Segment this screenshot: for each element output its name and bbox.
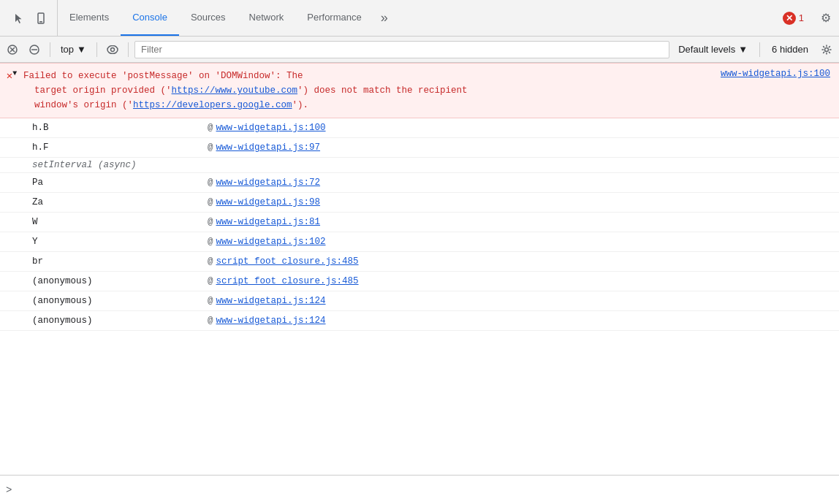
stack-row-za: Za @ www-widgetapi.js:98: [0, 193, 839, 213]
error-text-5: ').: [292, 100, 309, 110]
tab-sources[interactable]: Sources: [179, 0, 238, 36]
stack-at: @: [208, 215, 213, 229]
stack-link[interactable]: www-widgetapi.js:102: [216, 234, 326, 249]
stack-fn: Za: [32, 195, 208, 210]
stack-link[interactable]: script_foot_closure.js:485: [216, 254, 359, 269]
levels-button[interactable]: Default levels ▼: [672, 42, 753, 56]
block-icon[interactable]: [25, 40, 44, 59]
stack-fn: h.B: [32, 121, 208, 135]
stack-row-anon2: (anonymous) @ www-widgetapi.js:124: [0, 291, 839, 311]
svg-point-9: [825, 47, 829, 51]
stack-async-row: setInterval (async): [0, 158, 839, 173]
tab-performance[interactable]: Performance: [295, 0, 373, 36]
tab-network[interactable]: Network: [238, 0, 296, 36]
stack-link[interactable]: script_foot_closure.js:485: [216, 274, 359, 289]
svg-point-8: [110, 47, 114, 51]
cursor-icon[interactable]: [9, 8, 29, 28]
tab-console[interactable]: Console: [121, 0, 179, 36]
stack-link[interactable]: www-widgetapi.js:124: [216, 294, 326, 308]
context-selector[interactable]: top ▼: [56, 42, 91, 56]
devtools-toolbar: Elements Console Sources Network Perform…: [0, 0, 839, 37]
clear-console-button[interactable]: [3, 40, 22, 59]
context-label: top: [61, 44, 74, 55]
error-icon: ✕: [783, 12, 796, 25]
stack-row-anon1: (anonymous) @ script_foot_closure.js:485: [0, 272, 839, 291]
error-body: Failed to execute 'postMessage' on 'DOMW…: [20, 66, 721, 115]
stack-fn: Y: [32, 234, 208, 249]
error-text-2: target origin provided (': [23, 85, 172, 96]
nav-tabs: Elements Console Sources Network Perform…: [58, 0, 774, 36]
stack-row-hF: h.F @ www-widgetapi.js:97: [0, 138, 839, 158]
more-tabs-button[interactable]: »: [373, 0, 395, 36]
console-input[interactable]: [18, 484, 833, 495]
stack-at: @: [208, 140, 213, 155]
stack-link[interactable]: www-widgetapi.js:100: [216, 121, 326, 135]
levels-label: Default levels: [678, 44, 735, 55]
filter-input[interactable]: [134, 41, 669, 58]
svg-point-7: [107, 45, 118, 53]
stack-fn: Pa: [32, 175, 208, 190]
stack-fn: (anonymous): [32, 313, 208, 328]
stack-row-anon3: (anonymous) @ www-widgetapi.js:124: [0, 311, 839, 331]
error-link-youtube[interactable]: https://www.youtube.com: [172, 85, 298, 96]
stack-at: @: [208, 195, 213, 210]
stack-at: @: [208, 294, 213, 308]
stack-link[interactable]: www-widgetapi.js:81: [216, 215, 321, 229]
console-prompt: >: [6, 484, 12, 496]
stack-row-br: br @ script_foot_closure.js:485: [0, 252, 839, 272]
stack-link[interactable]: www-widgetapi.js:72: [216, 175, 321, 190]
levels-dropdown-icon: ▼: [738, 44, 748, 55]
toolbar-divider-3: [128, 42, 129, 57]
mobile-icon[interactable]: [31, 8, 51, 28]
stack-at: @: [208, 121, 213, 135]
console-toolbar: top ▼ Default levels ▼ 6 hidden: [0, 37, 839, 63]
error-icon: ✕: [7, 69, 12, 82]
console-input-row: >: [0, 475, 839, 504]
error-link-google[interactable]: https://developers.google.com: [133, 100, 292, 110]
stack-fn: W: [32, 215, 208, 229]
eye-button[interactable]: [103, 40, 122, 59]
error-text-3: ') does not match the recipient: [297, 85, 468, 96]
error-icon-col: ✕ ▼: [0, 66, 20, 115]
stack-at: @: [208, 313, 213, 328]
svg-rect-1: [39, 21, 42, 23]
toolbar-icons: [3, 0, 58, 36]
stack-at: @: [208, 274, 213, 289]
stack-fn: (anonymous): [32, 274, 208, 289]
stack-at: @: [208, 254, 213, 269]
stack-fn: br: [32, 254, 208, 269]
settings-button[interactable]: ⚙: [816, 8, 836, 28]
hidden-count: 6 hidden: [766, 44, 814, 55]
toolbar-divider-2: [96, 42, 97, 57]
console-content: ✕ ▼ Failed to execute 'postMessage' on '…: [0, 63, 839, 475]
stack-link[interactable]: www-widgetapi.js:97: [216, 140, 321, 155]
error-source-link[interactable]: www-widgetapi.js:100: [721, 66, 839, 79]
stack-row-y: Y @ www-widgetapi.js:102: [0, 232, 839, 252]
gear-icon[interactable]: [817, 40, 836, 59]
stack-fn: (anonymous): [32, 294, 208, 308]
stack-at: @: [208, 175, 213, 190]
stack-link[interactable]: www-widgetapi.js:98: [216, 195, 321, 210]
stack-link[interactable]: www-widgetapi.js:124: [216, 313, 326, 328]
stack-row-w: W @ www-widgetapi.js:81: [0, 213, 839, 232]
tab-elements[interactable]: Elements: [58, 0, 121, 36]
error-count: 1: [799, 12, 804, 23]
stack-row-hB: h.B @ www-widgetapi.js:100: [0, 118, 839, 138]
toolbar-divider-4: [759, 42, 760, 57]
context-dropdown-icon: ▼: [77, 44, 86, 55]
error-text-4: window's origin (': [23, 100, 133, 110]
stack-fn: h.F: [32, 140, 208, 155]
error-text-1: Failed to execute 'postMessage' on 'DOMW…: [23, 71, 303, 81]
stack-at: @: [208, 234, 213, 249]
stack-row-pa: Pa @ www-widgetapi.js:72: [0, 173, 839, 193]
error-message-row: ✕ ▼ Failed to execute 'postMessage' on '…: [0, 63, 839, 118]
error-toggle[interactable]: ▼: [12, 69, 17, 77]
toolbar-divider: [50, 42, 50, 57]
error-badge[interactable]: ✕ 1: [774, 12, 813, 25]
